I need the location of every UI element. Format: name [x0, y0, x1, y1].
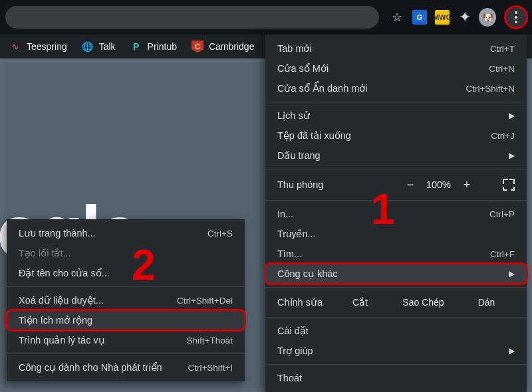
submenu-clear-browsing-data[interactable]: Xoá dữ liệu duyệt... Ctrl+Shift+Del — [7, 290, 245, 310]
menu-separator — [265, 169, 527, 169]
extensions-icon[interactable]: ✦ — [456, 9, 473, 26]
menu-separator — [265, 102, 527, 102]
edit-label: Chỉnh sửa — [277, 297, 332, 308]
menu-separator — [7, 353, 245, 354]
submenu-create-shortcut[interactable]: Tạo lối tắt... — [7, 243, 245, 263]
profile-avatar[interactable]: 🐶 — [479, 9, 496, 26]
menu-find[interactable]: Tìm... Ctrl+F — [265, 244, 527, 264]
menu-new-tab[interactable]: Tab mới Ctrl+T — [265, 39, 527, 58]
menu-history[interactable]: Lịch sử ▶ — [265, 106, 527, 126]
submenu-task-manager[interactable]: Trình quản lý tác vụ Shift+Thoát — [7, 330, 245, 350]
menu-more-tools[interactable]: Công cụ khác ▶ — [265, 264, 527, 284]
bookmark-cambridge[interactable]: C Cambridge — [192, 41, 254, 52]
menu-exit[interactable]: Thoát — [265, 368, 527, 388]
more-tools-submenu: Lưu trang thành... Ctrl+S Tạo lối tắt...… — [7, 219, 245, 381]
menu-help[interactable]: Trợ giúp ▶ — [265, 341, 527, 361]
address-bar[interactable] — [5, 6, 379, 29]
menu-separator — [7, 286, 245, 287]
submenu-save-as[interactable]: Lưu trang thành... Ctrl+S — [7, 223, 245, 243]
chevron-right-icon: ▶ — [509, 151, 515, 160]
menu-separator — [265, 317, 527, 318]
star-icon[interactable]: ☆ — [388, 9, 406, 26]
browser-toolbar: ☆ G MWG ✦ 🐶 — [0, 0, 532, 35]
chrome-main-menu: Tab mới Ctrl+T Cửa sổ Mới Ctrl+N Cửa sổ … — [265, 35, 527, 392]
zoom-label: Thu phóng — [277, 179, 323, 190]
chevron-right-icon: ▶ — [509, 346, 515, 355]
menu-incognito[interactable]: Cửa sổ Ẩn danh mới Ctrl+Shift+N — [265, 78, 527, 98]
edit-paste[interactable]: Dán — [458, 297, 515, 308]
chevron-right-icon: ▶ — [509, 269, 515, 278]
bookmark-talk[interactable]: 🌐 Talk — [82, 41, 116, 52]
menu-cast[interactable]: Truyền... — [265, 224, 527, 244]
menu-new-window[interactable]: Cửa sổ Mới Ctrl+N — [265, 58, 527, 78]
menu-settings[interactable]: Cài đặt — [265, 321, 527, 341]
kebab-menu-button[interactable] — [504, 5, 528, 29]
bookmark-label: Cambridge — [209, 41, 254, 52]
bookmark-label: Talk — [99, 41, 116, 52]
translate-icon[interactable]: G — [411, 9, 428, 26]
menu-downloads[interactable]: Tệp đã tải xuống Ctrl+J — [265, 126, 527, 146]
menu-zoom: Thu phóng − 100% + — [265, 173, 527, 197]
submenu-name-window[interactable]: Đặt tên cho cửa sổ... — [7, 263, 245, 283]
bookmark-teespring[interactable]: ∿ Teespring — [9, 41, 67, 52]
menu-bookmarks[interactable]: Dấu trang ▶ — [265, 146, 527, 165]
bookmark-label: Teespring — [27, 41, 67, 52]
teespring-icon: ∿ — [9, 41, 21, 52]
edit-cut[interactable]: Cắt — [332, 297, 388, 308]
submenu-extensions[interactable]: Tiện ích mở rộng — [7, 310, 245, 330]
bookmark-label: Printub — [148, 41, 177, 52]
chevron-right-icon: ▶ — [509, 111, 515, 120]
zoom-out-button[interactable]: − — [405, 178, 416, 192]
globe-icon: 🌐 — [82, 41, 94, 52]
bookmark-printub[interactable]: P Printub — [130, 41, 177, 52]
cambridge-icon: C — [192, 41, 203, 52]
zoom-in-button[interactable]: + — [462, 178, 472, 192]
fullscreen-icon[interactable] — [503, 179, 515, 191]
submenu-dev-tools[interactable]: Công cụ dành cho Nhà phát triển Ctrl+Shi… — [7, 357, 245, 377]
menu-print[interactable]: In... Ctrl+P — [265, 204, 527, 224]
menu-separator — [265, 200, 527, 201]
menu-edit-row: Chỉnh sửa Cắt Sao Chép Dán — [265, 291, 527, 314]
edit-copy[interactable]: Sao Chép — [395, 297, 452, 308]
mwg-icon[interactable]: MWG — [434, 9, 451, 26]
zoom-value: 100% — [426, 179, 451, 190]
menu-separator — [265, 364, 527, 365]
printub-icon: P — [130, 41, 142, 52]
toolbar-icons: ☆ G MWG ✦ 🐶 — [388, 5, 528, 29]
menu-separator — [265, 287, 527, 288]
